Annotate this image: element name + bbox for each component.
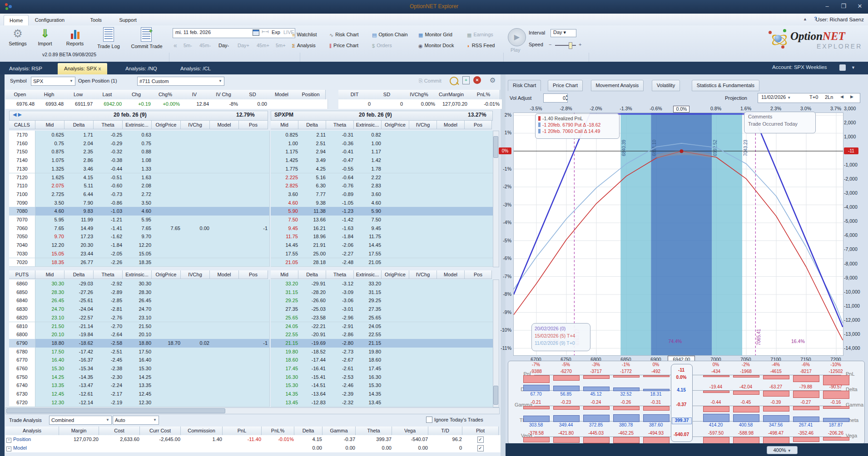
playback-step-Day-[interactable]: Day-	[218, 43, 229, 48]
calendar-icon[interactable]	[253, 29, 259, 36]
playback-step-45m+[interactable]: 45m+	[257, 43, 269, 48]
projection-mode-button[interactable]: T+0	[809, 94, 818, 100]
chart-zoom-control[interactable]: 400% ▼	[767, 446, 798, 454]
extrinsic-cell: 11.75	[354, 232, 383, 241]
plot-checkbox[interactable]: ✓	[477, 445, 484, 451]
greeks-value: -0.45	[733, 400, 759, 405]
window-button-analysis[interactable]: ΣAnalysis	[292, 41, 316, 50]
add-grid-icon[interactable]: +	[462, 76, 470, 84]
mid-cell: 5.95	[35, 216, 66, 225]
strategy-combo[interactable]: #711 Custom▼	[137, 77, 224, 86]
calls-scrollbar-thumb[interactable]	[493, 136, 498, 158]
projection-lines-button[interactable]: 2Ln	[825, 94, 833, 100]
window-button-option-chain[interactable]: ▤Option Chain	[372, 30, 408, 39]
close-button[interactable]: ✕	[853, 2, 867, 11]
speed-slider[interactable]	[555, 45, 576, 46]
time-select-icon[interactable]: ⊢⊣	[262, 29, 269, 34]
interval-combo[interactable]: Day ▾	[551, 29, 576, 37]
tab-close-icon[interactable]: x	[97, 66, 101, 71]
menu-tab-home[interactable]: Home	[4, 15, 29, 26]
exp-toggle[interactable]: Exp	[272, 29, 280, 35]
delta-cell: 26.77	[64, 258, 95, 267]
mid-cell: 14.25	[35, 373, 66, 382]
delete-icon[interactable]: ×	[473, 76, 481, 84]
window-button-earnings[interactable]: ▦Earnings	[467, 30, 493, 39]
projection-next-icon[interactable]: ▶	[850, 94, 853, 99]
theta-cell: -2.86	[326, 330, 356, 339]
ta-row-name[interactable]: +Model	[5, 444, 61, 452]
menu-tab-support[interactable]: Support	[114, 15, 142, 25]
expiry-nav-icons[interactable]: ◀ ▶	[13, 112, 22, 118]
menu-tab-configuration[interactable]: Configuration	[30, 15, 70, 25]
step-back-fast-icon[interactable]: «	[174, 42, 177, 49]
greeks-bar	[553, 406, 580, 410]
maximize-button[interactable]: ❐	[837, 2, 850, 11]
doc-tab-analysisrsp[interactable]: Analysis: RSP	[3, 63, 49, 74]
puts-scrollbar-thumb[interactable]	[493, 386, 498, 405]
speed-plus-icon[interactable]: +	[579, 42, 581, 47]
speed-slider-handle[interactable]	[569, 42, 572, 49]
settings-button[interactable]: ⚙Settings	[5, 27, 31, 53]
greeks-center-value: -540.07	[671, 432, 692, 438]
import-button[interactable]: ⇓Import	[33, 27, 57, 53]
window-button-monitor-dock[interactable]: ◉Monitor Dock	[418, 41, 454, 50]
zoom-tool-icon[interactable]	[450, 77, 458, 85]
window-button-watchlist[interactable]: ≡Watchlist	[292, 30, 317, 39]
window-button-price-chart[interactable]: ⫼Price Chart	[329, 41, 358, 50]
playback-step-Day+[interactable]: Day+	[238, 43, 249, 48]
trade-log-button[interactable]: Trade Log	[94, 27, 124, 53]
extrinsic-cell: 14.45	[354, 241, 383, 250]
minimize-button[interactable]: –	[820, 2, 834, 11]
vol-adjust-arrows-icon[interactable]: ▲▼	[565, 93, 568, 102]
chain-hscrollbar-thumb[interactable]	[6, 408, 225, 413]
ignore-trades-checkbox[interactable]	[426, 417, 432, 423]
theta-cell: -2.48	[326, 258, 356, 267]
auto-combo[interactable]: Auto▼	[113, 416, 159, 425]
risk-tab-movement-analysis[interactable]: Movement Analysis	[591, 80, 644, 91]
ta-cell: 0.00	[356, 444, 394, 452]
speed-minus-icon[interactable]: −	[549, 42, 551, 47]
commit-trade-button[interactable]: +Commit Trade	[126, 27, 167, 53]
ta-plot-cell[interactable]: ✓	[462, 435, 501, 444]
risk-chart-plot[interactable]: 6840.396891.106992.527043.236763.177065.…	[513, 113, 843, 356]
quote-value: 6976.48	[5, 99, 37, 109]
tab-list-icon[interactable]	[839, 64, 846, 71]
risk-tab-price-chart[interactable]: Price Chart	[548, 80, 583, 91]
window-button-monitor-grid[interactable]: ▦Monitor Grid	[418, 30, 452, 39]
ta-plot-cell[interactable]: ✓	[462, 444, 501, 452]
tab-dropdown-icon[interactable]: ▼	[851, 65, 855, 70]
window-button-rss-feed[interactable]: ◗RSS Feed	[467, 41, 495, 50]
symbol-combo[interactable]: SPX▼	[31, 77, 75, 86]
risk-tab-risk-chart[interactable]: Risk Chart	[508, 80, 541, 91]
commit-button[interactable]: ⎘ Commit	[419, 78, 441, 84]
trading-date-input[interactable]: mi. 11 feb. 2026	[175, 29, 211, 35]
doc-tab-analysiscl[interactable]: Analysis: /CL	[174, 63, 217, 74]
playback-step-5m-[interactable]: 5m-	[184, 43, 192, 48]
strike-cell: 6820	[9, 314, 35, 323]
reports-button[interactable]: Reports	[62, 27, 88, 53]
pos-cell: -1	[239, 339, 270, 348]
ta-row-name[interactable]: +Position	[5, 435, 61, 444]
model-cell	[437, 131, 466, 140]
extrinsic-cell: 9.45	[354, 224, 383, 233]
risk-tab-volatility[interactable]: Volatility	[652, 80, 680, 91]
risk-tab-statistics---fundamentals[interactable]: Statistics & Fundamentals	[692, 80, 759, 91]
doc-tab-analysisspx[interactable]: Analysis: SPX x	[58, 63, 107, 74]
combined-combo[interactable]: Combined▼	[49, 416, 112, 425]
play-button[interactable]: ▶	[508, 28, 526, 46]
theta-cell: -2.38	[94, 364, 124, 373]
mid-cell: 12.45	[35, 390, 66, 399]
menu-tab-tools[interactable]: Tools	[84, 15, 107, 25]
window-button-risk-chart[interactable]: ∿Risk Chart	[329, 30, 359, 39]
doc-tab-analysisnq[interactable]: Analysis: /NQ	[119, 63, 164, 74]
projection-prev-icon[interactable]: ◀	[840, 94, 843, 99]
window-button-orders[interactable]: $Orders	[372, 41, 392, 50]
vol-adjust-spinner[interactable]: 0	[543, 93, 568, 103]
playback-step-5m+[interactable]: 5m+	[276, 43, 286, 48]
settings-gear-icon[interactable]: ⚙	[490, 76, 496, 84]
playback-step-45m-[interactable]: 45m-	[199, 43, 211, 48]
plot-checkbox[interactable]: ✓	[477, 436, 484, 443]
ivchg-cell	[181, 199, 212, 208]
projection-date-combo[interactable]: 11/02/2026 ▼	[761, 94, 791, 100]
greeks-bar	[793, 406, 819, 410]
